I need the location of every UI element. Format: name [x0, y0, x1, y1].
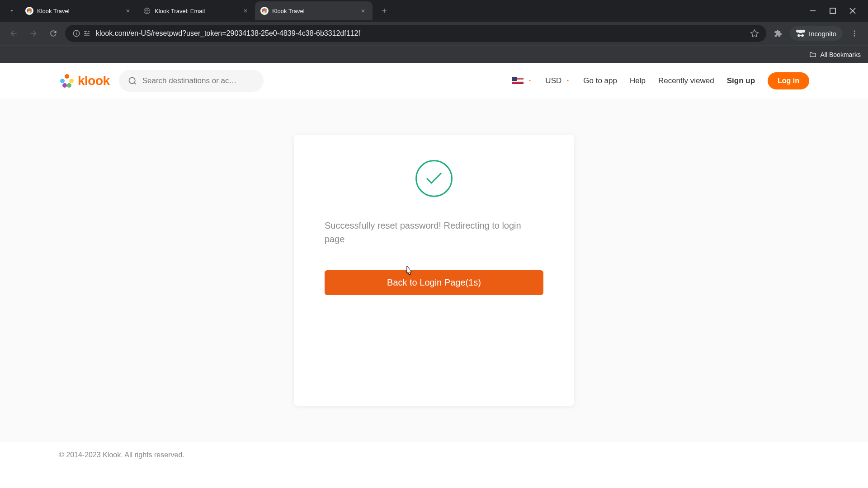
success-message: Successfully reset password! Redirecting…: [325, 219, 543, 246]
url-bar: klook.com/en-US/resetpwd?user_token=2903…: [0, 22, 868, 45]
tab-title: Klook Travel: Email: [155, 8, 238, 14]
success-checkmark-icon: [415, 160, 453, 197]
url-text: klook.com/en-US/resetpwd?user_token=2903…: [96, 29, 745, 38]
log-in-button[interactable]: Log in: [768, 72, 809, 89]
search-input[interactable]: Search destinations or ac…: [119, 70, 264, 92]
all-bookmarks-label: All Bookmarks: [821, 51, 861, 58]
footer: © 2014-2023 Klook. All rights reserved.: [0, 442, 868, 468]
chevron-down-icon: [565, 76, 571, 85]
tabs-dropdown-button[interactable]: [4, 3, 20, 19]
extensions-button[interactable]: [770, 25, 786, 42]
bookmarks-bar: All Bookmarks: [0, 45, 868, 63]
browser-menu-button[interactable]: [846, 25, 863, 42]
svg-point-12: [67, 83, 71, 88]
svg-point-6: [854, 33, 855, 34]
copyright-text: © 2014-2023 Klook. All rights reserved.: [59, 451, 184, 459]
sign-up-link[interactable]: Sign up: [727, 76, 755, 85]
incognito-badge[interactable]: Incognito: [790, 26, 843, 41]
tab-bar: Klook Travel Klook Travel: Email Klook T…: [0, 0, 868, 22]
svg-point-8: [65, 74, 69, 79]
chevron-down-icon: [527, 77, 533, 85]
search-placeholder: Search destinations or ac…: [142, 76, 237, 85]
tab-2-active[interactable]: Klook Travel: [255, 1, 373, 20]
globe-icon: [143, 7, 151, 15]
currency-label: USD: [545, 76, 561, 85]
all-bookmarks-button[interactable]: All Bookmarks: [809, 51, 861, 59]
bookmark-star-button[interactable]: [750, 29, 759, 38]
back-button[interactable]: [5, 25, 22, 42]
tab-1[interactable]: Klook Travel: Email: [137, 1, 255, 20]
site-info-button[interactable]: [72, 29, 90, 38]
currency-selector[interactable]: USD: [545, 76, 571, 85]
svg-point-7: [854, 35, 855, 37]
svg-point-10: [69, 79, 74, 83]
recently-viewed-link[interactable]: Recently viewed: [658, 76, 714, 85]
klook-logo-mark-icon: [59, 73, 75, 89]
header-right: USD Go to app Help Recently viewed Sign …: [512, 72, 809, 89]
incognito-label: Incognito: [809, 30, 836, 38]
address-bar[interactable]: klook.com/en-US/resetpwd?user_token=2903…: [65, 25, 766, 42]
us-flag-icon: [512, 77, 524, 85]
folder-icon: [809, 51, 817, 59]
klook-logo[interactable]: klook: [59, 73, 110, 89]
forward-button[interactable]: [25, 25, 42, 42]
minimize-button[interactable]: [808, 6, 817, 15]
logo-text: klook: [78, 74, 110, 88]
main-content: Successfully reset password! Redirecting…: [0, 99, 868, 442]
tab-close-button[interactable]: [241, 7, 250, 15]
tab-title: Klook Travel: [272, 8, 355, 14]
klook-favicon-icon: [260, 7, 269, 15]
klook-favicon-icon: [25, 7, 33, 15]
success-card: Successfully reset password! Redirecting…: [294, 135, 574, 406]
svg-point-9: [60, 79, 65, 83]
svg-rect-2: [830, 8, 835, 14]
maximize-button[interactable]: [828, 6, 837, 15]
site-header: klook Search destinations or ac… USD Go …: [0, 63, 868, 99]
tune-icon: [83, 30, 90, 37]
tab-close-button[interactable]: [124, 7, 132, 15]
tab-title: Klook Travel: [37, 8, 120, 14]
window-controls: [808, 6, 864, 15]
search-icon: [128, 76, 137, 85]
incognito-icon: [796, 29, 805, 38]
svg-point-5: [854, 30, 855, 32]
back-to-login-button[interactable]: Back to Login Page(1s): [325, 270, 543, 295]
close-window-button[interactable]: [848, 6, 857, 15]
svg-point-13: [129, 77, 135, 83]
go-to-app-link[interactable]: Go to app: [583, 76, 617, 85]
tab-0[interactable]: Klook Travel: [20, 1, 137, 20]
language-selector[interactable]: [512, 77, 533, 85]
page-content: klook Search destinations or ac… USD Go …: [0, 63, 868, 488]
help-link[interactable]: Help: [630, 76, 646, 85]
svg-point-11: [62, 83, 67, 88]
tab-close-button[interactable]: [359, 7, 367, 15]
new-tab-button[interactable]: [376, 3, 392, 19]
svg-line-14: [134, 82, 136, 84]
browser-chrome: Klook Travel Klook Travel: Email Klook T…: [0, 0, 868, 63]
reload-button[interactable]: [45, 25, 61, 42]
